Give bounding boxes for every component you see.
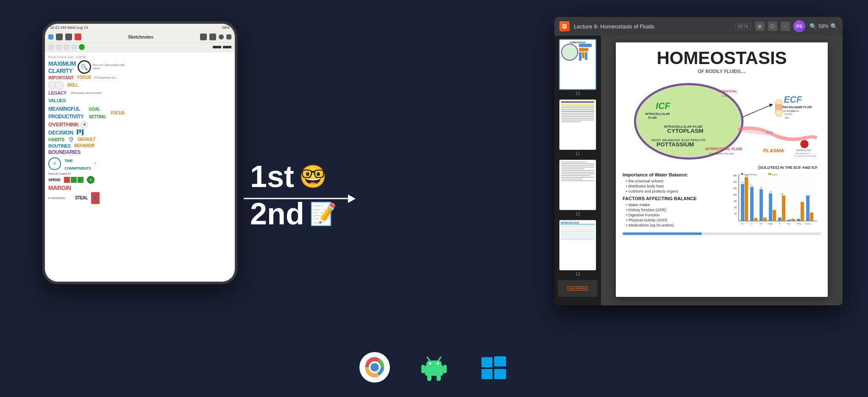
svg-text:fluid between the cells: fluid between the cells [709, 152, 734, 155]
components-note: 5 Components of a [95, 76, 116, 79]
thumb-num-11: 11 [575, 151, 580, 156]
info-button[interactable]: ⓘ [768, 22, 777, 31]
svg-text:40: 40 [734, 212, 737, 215]
tool-btn[interactable] [64, 44, 70, 50]
word-focus: FOCUS [77, 75, 91, 80]
tablet-toolbar: Sketchnotes [45, 32, 235, 43]
word-setting: SETTING [89, 115, 106, 119]
svg-text:60%: 60% [785, 117, 789, 119]
close-button[interactable] [226, 34, 231, 39]
svg-rect-65 [782, 196, 785, 221]
svg-rect-1 [563, 25, 566, 26]
svg-text:PLASMA: PLASMA [791, 106, 801, 109]
redo-button[interactable] [209, 34, 216, 40]
tool-btn[interactable] [48, 44, 54, 50]
tablet-statusbar: 10:21 AM Wed Aug 14 59% [45, 24, 235, 32]
android-icon[interactable] [417, 350, 451, 384]
more-button[interactable]: ··· [781, 22, 790, 31]
svg-text:Na⁺: Na⁺ [741, 223, 744, 225]
word-time: TIME [64, 159, 73, 163]
wb-row [561, 235, 595, 238]
zoom-out-button[interactable]: 🔍 [810, 23, 817, 30]
word-steal: STEAL [75, 196, 88, 200]
svg-text:(note that protein: (note that protein [796, 152, 810, 154]
svg-rect-71 [801, 202, 804, 221]
minus-tool[interactable] [213, 46, 221, 48]
thumbnail-electrolytes[interactable]: ELECTROLYTES [558, 280, 598, 297]
figure-icon: 👤 [91, 192, 100, 204]
color-green[interactable] [79, 44, 85, 50]
thumbnail-12[interactable]: 12 [558, 159, 598, 216]
svg-text:100: 100 [733, 193, 737, 196]
sketch-course-line: Focus Course Live - 1/12/19 [48, 56, 231, 59]
lower-section: Importance of Water Balance: • the unive… [623, 172, 821, 229]
thumb-line [561, 177, 594, 178]
thumbnail-11[interactable]: 11 [558, 99, 598, 156]
sketch-row-3: SKILL [48, 81, 231, 89]
grid-button[interactable] [56, 34, 63, 40]
svg-text:do not enter the minimum): do not enter the minimum) [794, 155, 816, 157]
thumb-line [561, 180, 594, 181]
svg-rect-58 [760, 189, 763, 221]
svg-rect-70 [797, 219, 800, 221]
thumbnail-13[interactable]: WATER BALANCE 13 [558, 220, 598, 277]
zoom-level: 58% [818, 23, 829, 29]
thumb-line [561, 162, 587, 162]
svg-text:FLUID-: FLUID- [785, 113, 793, 115]
tablet-screen: 10:21 AM Wed Aug 14 59% Sketchnotes [45, 24, 235, 282]
svg-text:INTERSTITIAL: INTERSTITIAL [718, 90, 737, 93]
svg-rect-56 [754, 218, 757, 221]
tablet-frame: 10:21 AM Wed Aug 14 59% Sketchnotes [42, 21, 237, 284]
sketch-row-15: is necessary STEAL 👤 [48, 192, 231, 204]
thumb-img-10: HOMEOSTASIS [559, 39, 596, 90]
importance-item-2: • distributes body heat [623, 184, 719, 188]
bar-chart-svg: 160 140 120 100 80 60 40 [724, 172, 821, 227]
clarity-note: How can I help people really solve? [93, 64, 127, 70]
color-btn[interactable] [71, 44, 77, 50]
svg-text:80: 80 [734, 200, 737, 202]
thumb-num-13: 13 [575, 272, 580, 277]
word-overthink: OVERTHINK [48, 121, 79, 128]
word-important: IMPORTANT [48, 75, 74, 80]
svg-text:40%: 40% [791, 110, 796, 112]
pdf-zoom-controls: 🔍 58% 🔍 [810, 23, 837, 30]
sketch-row-8: HABITS 🛡️ DEFAULT [48, 137, 231, 143]
chrome-icon[interactable] [358, 350, 392, 384]
word-default: DEFAULT [78, 137, 95, 142]
undo-button[interactable] [200, 34, 207, 40]
sketch-row-4: LEGACY What legacy will you leave? [48, 90, 231, 95]
wb-header: WATER BALANCE [561, 221, 595, 224]
svg-rect-0 [562, 24, 567, 28]
svg-text:HPO₄: HPO₄ [797, 223, 801, 225]
magnifier-icon: 🔍 [78, 60, 91, 74]
svg-rect-2 [563, 27, 565, 28]
svg-text:25: 25 [760, 187, 762, 189]
add-button[interactable] [219, 34, 224, 39]
tool-btn[interactable] [56, 44, 62, 50]
no-symbol: ⊘ [81, 121, 88, 129]
svg-line-90 [438, 357, 441, 361]
homeostasis-subtitle: OF BODILY FLUIDS.... [623, 69, 821, 74]
svg-text:160: 160 [733, 174, 737, 177]
windows-icon[interactable] [476, 350, 510, 384]
svg-line-89 [427, 357, 430, 361]
pdf-titlebar: Lecture 9- Homeostasis of Fluids BETA ⊞ … [554, 17, 843, 36]
thumb-line [561, 121, 581, 122]
app-logo-icon [562, 23, 568, 29]
thumb-line [561, 173, 594, 174]
thumb-line [561, 106, 594, 106]
tablet-time: 10:21 AM Wed Aug 14 [50, 25, 88, 30]
svg-text:SO₄²⁻: SO₄²⁻ [787, 223, 791, 225]
back-button[interactable] [48, 34, 53, 39]
word-clarity: CLARITY [48, 67, 76, 74]
sidebar-toggle-button[interactable]: ⊞ [755, 22, 765, 31]
bookmark-button[interactable] [75, 34, 81, 40]
dash-tool[interactable] [223, 46, 231, 48]
thumbnail-10[interactable]: HOMEOSTASIS [558, 39, 598, 96]
search-button[interactable] [65, 34, 72, 40]
zoom-in-button[interactable]: 🔍 [830, 23, 837, 30]
svg-text:CYTOPLASM: CYTOPLASM [667, 128, 703, 134]
thumb-line [561, 175, 591, 176]
pdf-thumbnails-panel[interactable]: HOMEOSTASIS [554, 36, 601, 305]
page-scrollbar[interactable] [623, 232, 821, 235]
